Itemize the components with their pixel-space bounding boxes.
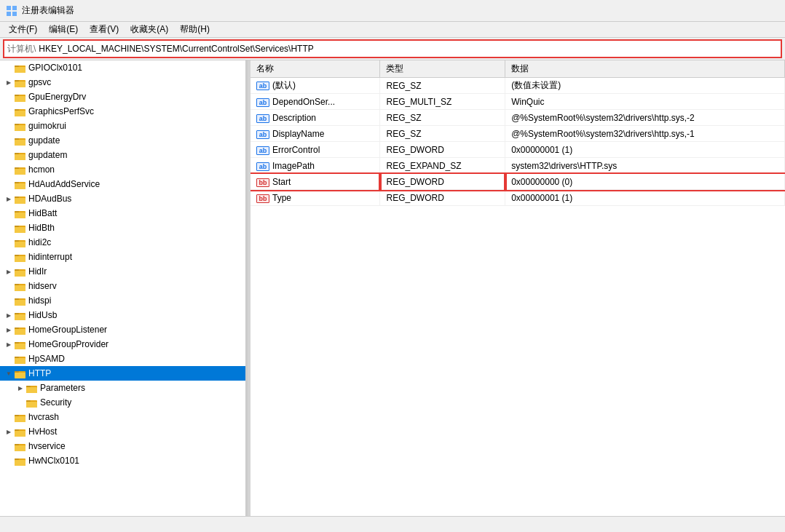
folder-icon bbox=[15, 441, 26, 451]
tree-item[interactable]: ▶HomeGroupListener bbox=[0, 322, 245, 337]
svg-rect-8 bbox=[15, 80, 19, 82]
reg-data-cell: @%SystemRoot%\system32\drivers\http.sys,… bbox=[505, 126, 785, 142]
tree-item[interactable]: HidBth bbox=[0, 221, 245, 235]
tree-item[interactable]: HpSAMD bbox=[0, 352, 245, 366]
tree-expander-icon[interactable] bbox=[3, 222, 15, 234]
tree-item[interactable]: ▼HTTP bbox=[0, 366, 245, 381]
tree-expander-icon[interactable]: ▶ bbox=[3, 309, 15, 321]
tree-item-label: HidBth bbox=[28, 223, 55, 233]
tree-expander-icon[interactable] bbox=[3, 207, 15, 219]
svg-rect-3 bbox=[12, 12, 17, 16]
tree-item[interactable]: GpuEnergyDrv bbox=[0, 90, 245, 104]
menu-edit[interactable]: 编辑(E) bbox=[43, 22, 84, 37]
tree-expander-icon[interactable] bbox=[3, 411, 15, 423]
tree-item[interactable]: ▶HvHost bbox=[0, 424, 245, 439]
tree-expander-icon[interactable] bbox=[3, 62, 15, 74]
tree-expander-icon[interactable]: ▶ bbox=[3, 76, 15, 88]
tree-expander-icon[interactable]: ▶ bbox=[3, 324, 15, 336]
address-bar-label: 计算机\ bbox=[7, 43, 36, 55]
tree-expander-icon[interactable]: ▶ bbox=[15, 382, 26, 394]
svg-rect-15 bbox=[15, 111, 25, 116]
right-panel[interactable]: 名称 类型 数据 ab(默认)REG_SZ(数值未设置)abDependOnSe… bbox=[251, 60, 785, 516]
tree-item-label: GPIOClx0101 bbox=[28, 63, 82, 73]
tree-item[interactable]: ▶HidIr bbox=[0, 264, 245, 279]
tree-expander-icon[interactable] bbox=[3, 91, 15, 103]
tree-item[interactable]: GraphicsPerfSvc bbox=[0, 104, 245, 119]
folder-icon bbox=[15, 325, 26, 335]
tree-item[interactable]: Security bbox=[0, 395, 245, 410]
tree-expander-icon[interactable] bbox=[3, 237, 15, 248]
tree-item[interactable]: guimokrui bbox=[0, 119, 245, 133]
tree-expander-icon[interactable] bbox=[3, 135, 15, 146]
table-row[interactable]: abDependOnSer...REG_MULTI_SZWinQuic bbox=[251, 94, 785, 110]
tree-expander-icon[interactable]: ▶ bbox=[3, 426, 15, 437]
svg-rect-51 bbox=[15, 285, 25, 291]
menu-favorites[interactable]: 收藏夹(A) bbox=[125, 22, 174, 37]
svg-rect-87 bbox=[15, 460, 25, 466]
svg-rect-12 bbox=[15, 96, 25, 102]
tree-item[interactable]: HwNClx0101 bbox=[0, 453, 245, 468]
svg-rect-26 bbox=[15, 167, 19, 169]
table-row[interactable]: abErrorControlREG_DWORD0x00000001 (1) bbox=[251, 142, 785, 158]
address-bar[interactable]: 计算机\ HKEY_LOCAL_MACHINE\SYSTEM\CurrentCo… bbox=[3, 39, 782, 58]
tree-expander-icon[interactable]: ▶ bbox=[3, 266, 15, 277]
tree-item[interactable]: hvservice bbox=[0, 439, 245, 453]
svg-rect-62 bbox=[15, 342, 19, 344]
table-row[interactable]: abDisplayNameREG_SZ@%SystemRoot%\system3… bbox=[251, 126, 785, 142]
menu-view[interactable]: 查看(V) bbox=[84, 22, 125, 37]
svg-rect-29 bbox=[15, 182, 19, 183]
tree-expander-icon[interactable] bbox=[3, 280, 15, 292]
table-row[interactable]: abImagePathREG_EXPAND_SZsystem32\drivers… bbox=[251, 158, 785, 174]
tree-expander-icon[interactable] bbox=[15, 397, 26, 408]
tree-item[interactable]: hidspi bbox=[0, 293, 245, 308]
tree-expander-icon[interactable] bbox=[3, 178, 15, 190]
tree-expander-icon[interactable]: ▶ bbox=[3, 338, 15, 350]
folder-icon bbox=[15, 121, 26, 131]
tree-item[interactable]: ▶HomeGroupProvider bbox=[0, 337, 245, 352]
tree-item-label: gupdatem bbox=[28, 150, 67, 160]
address-bar-path[interactable]: HKEY_LOCAL_MACHINE\SYSTEM\CurrentControl… bbox=[39, 44, 778, 54]
tree-item[interactable]: HdAudAddService bbox=[0, 177, 245, 191]
tree-item[interactable]: hvcrash bbox=[0, 410, 245, 424]
tree-item[interactable]: GPIOClx0101 bbox=[0, 60, 245, 75]
menu-file[interactable]: 文件(F) bbox=[3, 22, 43, 37]
tree-expander-icon[interactable] bbox=[3, 295, 15, 306]
tree-expander-icon[interactable]: ▼ bbox=[3, 368, 15, 379]
svg-rect-78 bbox=[15, 416, 25, 422]
tree-item[interactable]: hcmon bbox=[0, 162, 245, 177]
tree-item[interactable]: hidinterrupt bbox=[0, 250, 245, 264]
tree-item[interactable]: hidserv bbox=[0, 279, 245, 293]
tree-expander-icon[interactable] bbox=[3, 251, 15, 263]
tree-panel[interactable]: GPIOClx0101▶gpsvcGpuEnergyDrvGraphicsPer… bbox=[0, 60, 248, 516]
tree-item[interactable]: ▶gpsvc bbox=[0, 75, 245, 90]
tree-expander-icon[interactable] bbox=[3, 106, 15, 117]
svg-rect-44 bbox=[15, 255, 19, 256]
svg-rect-59 bbox=[15, 327, 19, 329]
menu-help[interactable]: 帮助(H) bbox=[174, 22, 216, 37]
tree-item[interactable]: hidi2c bbox=[0, 235, 245, 250]
tree-expander-icon[interactable]: ▶ bbox=[3, 193, 15, 205]
tree-expander-icon[interactable] bbox=[3, 440, 15, 452]
registry-table: 名称 类型 数据 ab(默认)REG_SZ(数值未设置)abDependOnSe… bbox=[251, 60, 785, 206]
tree-expander-icon[interactable] bbox=[3, 120, 15, 132]
table-row[interactable]: bbStartREG_DWORD0x00000000 (0) bbox=[251, 174, 785, 190]
tree-item[interactable]: ▶HDAudBus bbox=[0, 191, 245, 206]
table-row[interactable]: bbTypeREG_DWORD0x00000001 (1) bbox=[251, 190, 785, 206]
svg-rect-72 bbox=[26, 387, 37, 393]
svg-rect-65 bbox=[15, 357, 19, 358]
table-row[interactable]: abDescriptionREG_SZ@%SystemRoot%\system3… bbox=[251, 110, 785, 126]
reg-type-cell: REG_DWORD bbox=[380, 142, 505, 158]
tree-item[interactable]: gupdatem bbox=[0, 148, 245, 162]
tree-item[interactable]: gupdate bbox=[0, 133, 245, 148]
tree-expander-icon[interactable] bbox=[3, 149, 15, 161]
tree-item[interactable]: HidBatt bbox=[0, 206, 245, 221]
tree-expander-icon[interactable] bbox=[3, 455, 15, 467]
tree-item[interactable]: ▶Parameters bbox=[0, 381, 245, 395]
tree-item-label: HdAudAddService bbox=[28, 179, 100, 189]
tree-item[interactable]: ▶HidUsb bbox=[0, 308, 245, 322]
reg-name: ImagePath bbox=[272, 161, 315, 171]
tree-expander-icon[interactable] bbox=[3, 164, 15, 175]
tree-expander-icon[interactable] bbox=[3, 353, 15, 365]
svg-rect-36 bbox=[15, 213, 25, 218]
table-row[interactable]: ab(默认)REG_SZ(数值未设置) bbox=[251, 78, 785, 94]
